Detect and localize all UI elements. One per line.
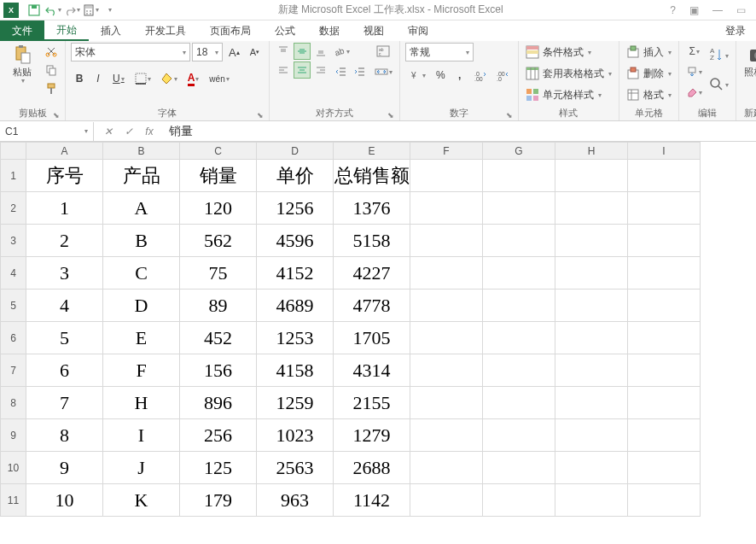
- clear-icon[interactable]: ▾: [684, 84, 705, 101]
- align-left-icon[interactable]: [275, 61, 292, 79]
- cell[interactable]: [555, 290, 628, 322]
- cell[interactable]: 1259: [257, 387, 334, 419]
- row-header[interactable]: 2: [1, 192, 26, 225]
- cell[interactable]: [410, 257, 483, 290]
- cell[interactable]: [410, 225, 483, 257]
- cell[interactable]: [555, 192, 628, 225]
- cell[interactable]: A: [103, 192, 180, 225]
- paste-button[interactable]: 粘贴 ▾: [5, 43, 39, 86]
- font-launcher-icon[interactable]: ⬊: [257, 111, 264, 120]
- cell[interactable]: 1705: [334, 322, 410, 354]
- align-bottom-icon[interactable]: [312, 43, 329, 60]
- row-header[interactable]: 5: [1, 290, 26, 322]
- cell[interactable]: 256: [180, 419, 257, 452]
- decrease-indent-icon[interactable]: [333, 63, 350, 80]
- font-size-combo[interactable]: 18▾: [192, 43, 223, 61]
- row-header[interactable]: 4: [1, 257, 26, 290]
- underline-button[interactable]: U▾: [108, 70, 129, 87]
- cell[interactable]: [555, 257, 628, 290]
- cell[interactable]: 75: [180, 257, 257, 290]
- fill-color-icon[interactable]: ▾: [157, 70, 182, 87]
- login-button[interactable]: 登录: [715, 20, 756, 41]
- cell[interactable]: J: [103, 452, 180, 484]
- cell[interactable]: 2155: [334, 387, 410, 419]
- select-all-corner[interactable]: [1, 143, 26, 160]
- cell[interactable]: 2563: [257, 452, 334, 484]
- italic-button[interactable]: I: [90, 70, 107, 87]
- tab-dev[interactable]: 开发工具: [133, 20, 198, 41]
- qat-customize-icon[interactable]: ▾: [101, 2, 118, 19]
- row-header[interactable]: 8: [1, 387, 26, 419]
- align-center-icon[interactable]: [294, 61, 311, 79]
- cell[interactable]: [483, 484, 555, 517]
- cell[interactable]: E: [103, 322, 180, 354]
- cell[interactable]: 120: [180, 192, 257, 225]
- cell[interactable]: K: [103, 484, 180, 517]
- cell[interactable]: [628, 419, 701, 452]
- align-launcher-icon[interactable]: ⬊: [387, 111, 394, 120]
- cell[interactable]: 156: [180, 354, 257, 387]
- increase-decimal-icon[interactable]: .0.00: [470, 67, 491, 84]
- cell[interactable]: 3: [26, 257, 103, 290]
- row-header[interactable]: 1: [1, 160, 26, 192]
- cell[interactable]: [410, 192, 483, 225]
- format-cells-button[interactable]: 格式▾: [625, 85, 673, 104]
- cell[interactable]: 4596: [257, 225, 334, 257]
- row-header[interactable]: 10: [1, 452, 26, 484]
- delete-cells-button[interactable]: 删除▾: [625, 64, 673, 83]
- cell[interactable]: 4314: [334, 354, 410, 387]
- cell[interactable]: B: [103, 225, 180, 257]
- name-box[interactable]: C1▾: [0, 122, 94, 141]
- tab-data[interactable]: 数据: [307, 20, 352, 41]
- spreadsheet-grid[interactable]: A B C D E F G H I 1序号产品销量单价总销售额21A120125…: [0, 142, 756, 544]
- cell[interactable]: 1142: [334, 484, 410, 517]
- cell[interactable]: [483, 419, 555, 452]
- cell[interactable]: 销量: [180, 160, 257, 192]
- formula-input[interactable]: 销量: [164, 122, 756, 141]
- cell[interactable]: [483, 225, 555, 257]
- clipboard-launcher-icon[interactable]: ⬊: [53, 111, 60, 120]
- number-launcher-icon[interactable]: ⬊: [506, 111, 513, 120]
- cell[interactable]: [410, 387, 483, 419]
- tab-insert[interactable]: 插入: [89, 20, 133, 41]
- align-right-icon[interactable]: [312, 61, 329, 79]
- col-header[interactable]: C: [180, 143, 257, 160]
- cancel-formula-icon[interactable]: ✕: [101, 124, 116, 139]
- sort-filter-icon[interactable]: AZ▾: [708, 43, 730, 68]
- cell[interactable]: [410, 160, 483, 192]
- cell[interactable]: 452: [180, 322, 257, 354]
- cell[interactable]: [628, 160, 701, 192]
- cell[interactable]: 963: [257, 484, 334, 517]
- cell[interactable]: [628, 484, 701, 517]
- cell[interactable]: 8: [26, 419, 103, 452]
- cell[interactable]: [555, 387, 628, 419]
- cell[interactable]: 4158: [257, 354, 334, 387]
- cell[interactable]: [628, 354, 701, 387]
- wrap-text-icon[interactable]: abc: [372, 43, 394, 60]
- cell[interactable]: [628, 290, 701, 322]
- cell[interactable]: [410, 419, 483, 452]
- cell[interactable]: 1023: [257, 419, 334, 452]
- cell[interactable]: 4227: [334, 257, 410, 290]
- decrease-font-icon[interactable]: A▾: [246, 44, 264, 61]
- row-header[interactable]: 6: [1, 322, 26, 354]
- cell[interactable]: [555, 160, 628, 192]
- cell[interactable]: 1279: [334, 419, 410, 452]
- tab-view[interactable]: 视图: [352, 20, 396, 41]
- cell[interactable]: [555, 484, 628, 517]
- cell[interactable]: 4778: [334, 290, 410, 322]
- format-painter-icon[interactable]: [43, 80, 60, 97]
- cell[interactable]: I: [103, 419, 180, 452]
- ribbon-display-icon[interactable]: ▣: [686, 4, 702, 16]
- cell[interactable]: 5: [26, 322, 103, 354]
- cell[interactable]: [483, 160, 555, 192]
- cell[interactable]: 总销售额: [334, 160, 410, 192]
- cell[interactable]: [628, 452, 701, 484]
- save-icon[interactable]: [26, 2, 43, 19]
- redo-icon[interactable]: ▾: [63, 2, 80, 19]
- cell[interactable]: [483, 257, 555, 290]
- maximize-icon[interactable]: ▭: [733, 4, 749, 16]
- cell[interactable]: D: [103, 290, 180, 322]
- align-middle-icon[interactable]: [294, 43, 311, 60]
- cell[interactable]: [628, 322, 701, 354]
